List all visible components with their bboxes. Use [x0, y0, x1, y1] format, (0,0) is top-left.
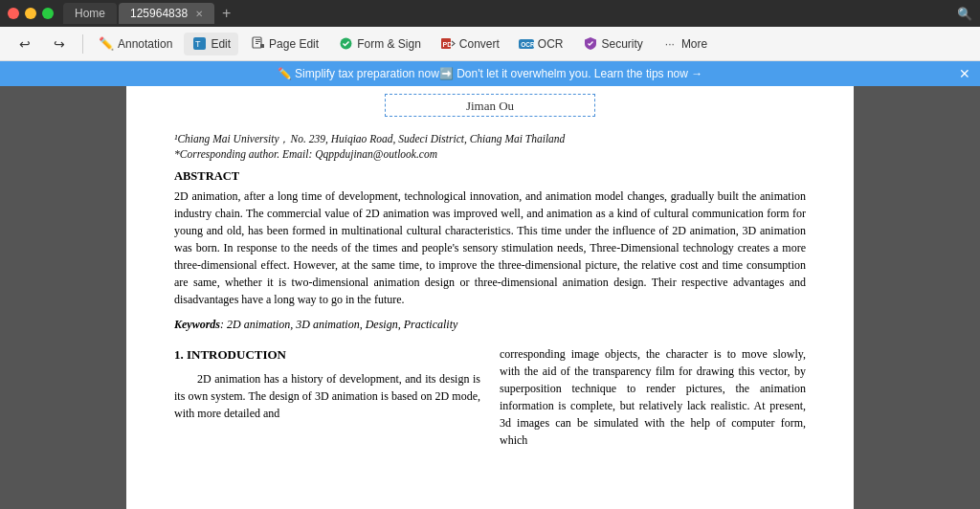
maximize-button[interactable]: [42, 8, 54, 19]
more-button[interactable]: ··· More: [655, 33, 715, 55]
col1-body: 2D animation has a history of developmen…: [174, 370, 480, 422]
svg-rect-4: [256, 41, 260, 42]
column-left: 1. INTRODUCTION 2D animation has a histo…: [174, 345, 480, 449]
doc-corresponding: *Corresponding author. Email: Qqppdujina…: [174, 148, 806, 160]
col1-body-text: 2D animation has a history of developmen…: [174, 372, 480, 420]
ocr-icon: OCR: [519, 36, 534, 52]
svg-rect-5: [256, 43, 258, 44]
document-area: Jiman Ou ¹Chiang Mai University，No. 239,…: [0, 86, 980, 509]
new-tab-button[interactable]: +: [216, 5, 236, 22]
svg-rect-3: [256, 39, 260, 40]
section1-heading: 1. INTRODUCTION: [174, 345, 480, 365]
doc-affiliation: ¹Chiang Mai University，No. 239, Huiqiao …: [174, 132, 806, 146]
svg-rect-2: [253, 37, 261, 48]
col2-body: corresponding image objects, the charact…: [500, 345, 806, 449]
two-column-section: 1. INTRODUCTION 2D animation has a histo…: [174, 345, 806, 449]
document-page: Jiman Ou ¹Chiang Mai University，No. 239,…: [126, 86, 854, 509]
security-label: Security: [602, 37, 643, 51]
annotation-label: Annotation: [118, 37, 172, 51]
page-edit-icon: [250, 36, 265, 52]
close-button[interactable]: [8, 8, 19, 19]
tab-close-icon[interactable]: ✕: [195, 9, 203, 19]
minimize-button[interactable]: [25, 8, 36, 19]
undo-button[interactable]: [10, 33, 40, 55]
annotation-icon: ✏️: [99, 36, 114, 52]
edit-icon: T: [191, 36, 207, 52]
doc-abstract-body: 2D animation, after a long time of devel…: [174, 188, 806, 308]
ocr-label: OCR: [538, 37, 564, 51]
convert-button[interactable]: PDF Convert: [433, 33, 507, 55]
edit-label: Edit: [211, 37, 231, 51]
annotation-button[interactable]: ✏️ Annotation: [91, 33, 180, 55]
redo-button[interactable]: [44, 33, 75, 55]
selection-box: Jiman Ou: [385, 94, 595, 117]
toolbar: ✏️ Annotation T Edit Page Edit Form & Si…: [0, 27, 980, 61]
undo-icon: [17, 36, 33, 52]
col2-body-text: corresponding image objects, the charact…: [500, 347, 806, 447]
banner: ✏️ Simplify tax preparation now➡️ Don't …: [0, 61, 980, 86]
more-label: More: [681, 37, 707, 51]
form-sign-button[interactable]: Form & Sign: [330, 33, 429, 55]
doc-title-partial: Jiman Ou: [466, 99, 514, 113]
convert-label: Convert: [459, 37, 500, 51]
traffic-lights: [8, 8, 54, 19]
convert-icon: PDF: [440, 36, 456, 52]
toolbar-separator-1: [82, 34, 83, 54]
svg-text:OCR: OCR: [521, 40, 534, 47]
tab-document-label: 125964838: [130, 7, 188, 20]
ocr-button[interactable]: OCR OCR: [511, 33, 571, 55]
svg-rect-6: [260, 44, 264, 48]
form-sign-label: Form & Sign: [357, 37, 421, 51]
svg-text:T: T: [195, 39, 201, 49]
tab-bar: Home 125964838 ✕ +: [63, 3, 957, 24]
tab-home-label: Home: [75, 7, 105, 20]
form-sign-icon: [338, 36, 353, 52]
security-button[interactable]: Security: [575, 33, 651, 55]
titlebar: Home 125964838 ✕ + 🔍: [0, 0, 980, 27]
page-edit-button[interactable]: Page Edit: [242, 33, 326, 55]
column-right: corresponding image objects, the charact…: [500, 345, 806, 449]
page-edit-label: Page Edit: [269, 37, 319, 51]
keywords-value: : 2D animation, 3D animation, Design, Pr…: [220, 318, 457, 331]
doc-keywords: Keywords: 2D animation, 3D animation, De…: [174, 318, 806, 332]
keywords-label: Keywords: [174, 318, 220, 331]
search-icon[interactable]: 🔍: [957, 7, 972, 21]
tab-home[interactable]: Home: [63, 3, 117, 24]
tab-document[interactable]: 125964838 ✕: [119, 3, 214, 24]
more-icon: ···: [662, 36, 678, 52]
banner-text: ✏️ Simplify tax preparation now➡️ Don't …: [0, 67, 980, 80]
security-icon: [583, 36, 598, 52]
doc-abstract-heading: ABSTRACT: [174, 169, 806, 184]
edit-button[interactable]: T Edit: [184, 33, 238, 55]
banner-close-button[interactable]: ✕: [959, 66, 970, 81]
redo-icon: [52, 36, 67, 52]
